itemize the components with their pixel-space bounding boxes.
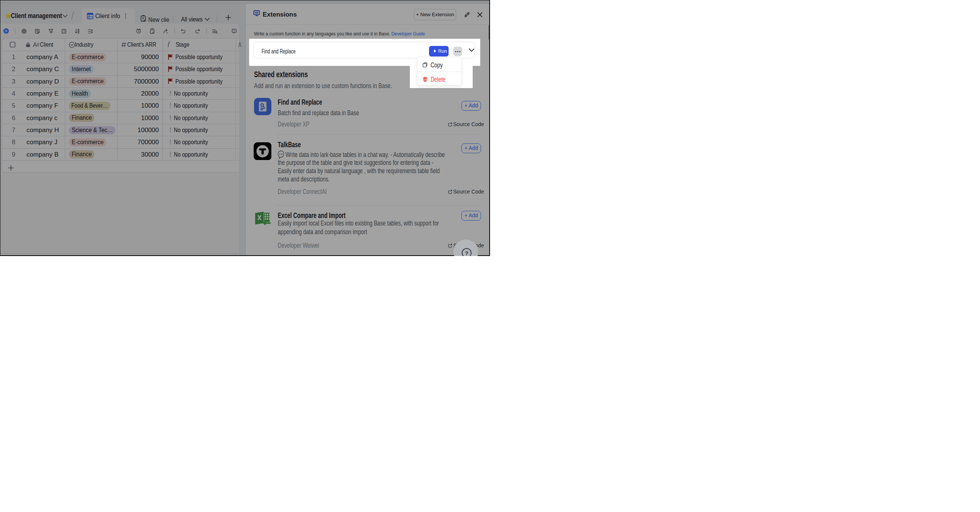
svg-text:?: ? [465,250,468,256]
